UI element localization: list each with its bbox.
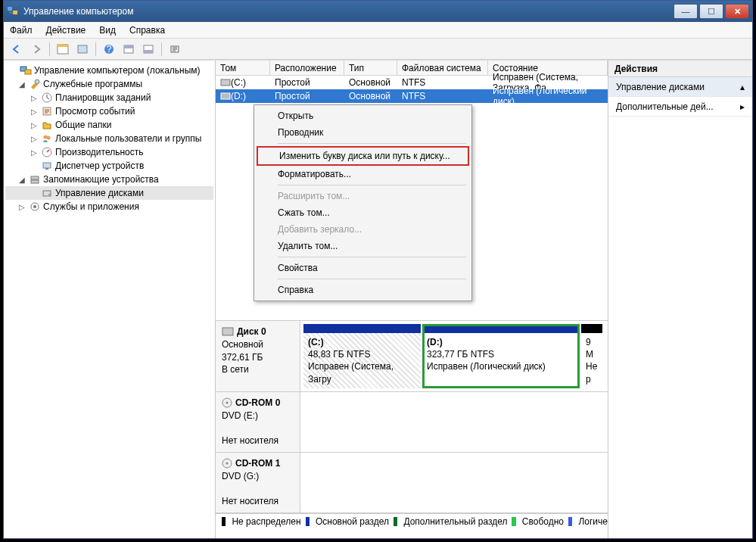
- ctx-props[interactable]: Свойства: [257, 260, 469, 276]
- legend: Не распределен Основной раздел Дополните…: [216, 513, 608, 528]
- volume-row-d[interactable]: (D:) Простой Основной NTFS Исправен (Лог…: [216, 89, 608, 103]
- svg-rect-0: [8, 7, 12, 11]
- svg-point-25: [48, 194, 50, 195]
- disk-0-label: Диск 0 Основной 372,61 ГБ В сети: [216, 321, 300, 391]
- svg-point-34: [226, 463, 229, 465]
- settings-button[interactable]: [166, 41, 183, 58]
- menubar: Файл Действие Вид Справка: [4, 22, 752, 39]
- col-layout[interactable]: Расположение: [270, 61, 344, 75]
- cdrom-0-row[interactable]: CD-ROM 0 DVD (E:) Нет носителя: [216, 392, 608, 453]
- services-icon: [29, 201, 41, 213]
- svg-text:?: ?: [107, 44, 112, 55]
- ctx-change-letter[interactable]: Изменить букву диска или путь к диску...: [257, 146, 469, 166]
- cdrom-1-label: CD-ROM 1 DVD (G:) Нет носителя: [216, 453, 300, 512]
- tree-services[interactable]: ▷Службы и приложения: [5, 200, 213, 213]
- events-icon: [41, 105, 53, 117]
- ctx-format[interactable]: Форматировать...: [257, 166, 469, 182]
- tree-shared[interactable]: ▷Общие папки: [5, 118, 213, 132]
- svg-rect-8: [124, 45, 133, 48]
- view-top-button[interactable]: [120, 41, 137, 58]
- cd-icon: [222, 458, 232, 469]
- svg-rect-10: [144, 50, 153, 53]
- clock-icon: [41, 92, 53, 104]
- col-volume[interactable]: Том: [216, 61, 270, 75]
- maximize-button[interactable]: ☐: [699, 4, 723, 19]
- perf-icon: [41, 146, 53, 158]
- ctx-help[interactable]: Справка: [257, 282, 469, 298]
- collapse-icon: ▴: [740, 82, 745, 92]
- properties-button[interactable]: [74, 41, 91, 58]
- disk-graphical-view: Диск 0 Основной 372,61 ГБ В сети (C:) 48…: [216, 320, 608, 538]
- svg-rect-4: [78, 45, 87, 53]
- cdrom-0-label: CD-ROM 0 DVD (E:) Нет носителя: [216, 392, 300, 452]
- svg-rect-28: [221, 79, 230, 86]
- minimize-button[interactable]: —: [674, 4, 698, 19]
- svg-point-14: [35, 79, 39, 84]
- svg-rect-13: [25, 70, 31, 74]
- svg-rect-29: [221, 93, 230, 99]
- svg-rect-20: [43, 163, 51, 168]
- folder-icon: [41, 119, 53, 131]
- ctx-shrink[interactable]: Сжать том...: [257, 204, 469, 221]
- actions-group[interactable]: Управление дисками▴: [608, 77, 752, 97]
- menu-help[interactable]: Справка: [129, 25, 165, 36]
- actions-header: Действия: [608, 61, 752, 77]
- partition-d[interactable]: (D:) 323,77 ГБ NTFS Исправен (Логический…: [422, 324, 580, 388]
- ctx-explorer[interactable]: Проводник: [257, 124, 469, 141]
- disk-icon: [41, 187, 53, 199]
- forward-button[interactable]: [28, 41, 45, 58]
- tree-devmgr[interactable]: Диспетчер устройств: [5, 159, 213, 173]
- svg-rect-22: [31, 176, 39, 179]
- tools-icon: [29, 78, 41, 90]
- ctx-extend[interactable]: Расширить том...: [257, 188, 469, 204]
- users-icon: [41, 132, 53, 145]
- svg-rect-30: [222, 328, 233, 335]
- ctx-mirror[interactable]: Добавить зеркало...: [257, 221, 469, 238]
- actions-pane: Действия Управление дисками▴ Дополнитель…: [608, 61, 752, 538]
- tree-performance[interactable]: ▷Производительность: [5, 145, 213, 159]
- view-bottom-button[interactable]: [140, 41, 157, 58]
- tree-pane[interactable]: Управление компьютером (локальным) ◢Служ…: [4, 61, 216, 538]
- ctx-delete[interactable]: Удалить том...: [257, 238, 469, 254]
- disk-0-row[interactable]: Диск 0 Основной 372,61 ГБ В сети (C:) 48…: [216, 321, 608, 392]
- cd-icon: [222, 397, 232, 408]
- col-type[interactable]: Тип: [344, 61, 397, 75]
- volume-icon: [220, 92, 231, 101]
- tree-users[interactable]: ▷Локальные пользователи и группы: [5, 132, 213, 145]
- svg-rect-24: [43, 191, 51, 196]
- tree-events[interactable]: ▷Просмотр событий: [5, 104, 213, 118]
- svg-point-18: [47, 136, 51, 140]
- svg-rect-23: [31, 180, 39, 183]
- tree-system-tools[interactable]: ◢Служебные программы: [5, 77, 213, 91]
- computer-icon: [20, 64, 32, 76]
- show-hide-tree-button[interactable]: [54, 41, 71, 58]
- chevron-right-icon: ▸: [740, 101, 745, 112]
- svg-rect-3: [58, 45, 68, 47]
- tree-scheduler[interactable]: ▷Планировщик заданий: [5, 91, 213, 104]
- window-title: Управление компьютером: [23, 6, 672, 17]
- context-menu: Открыть Проводник Изменить букву диска и…: [254, 104, 472, 301]
- tree-diskmgmt[interactable]: Управление дисками: [5, 186, 213, 200]
- svg-rect-21: [45, 168, 48, 170]
- menu-view[interactable]: Вид: [99, 25, 116, 36]
- partition-unallocated[interactable]: 9 М Не р: [581, 324, 602, 388]
- tree-storage[interactable]: ◢Запоминающие устройства: [5, 173, 213, 186]
- ctx-open[interactable]: Открыть: [257, 107, 469, 124]
- menu-file[interactable]: Файл: [10, 25, 33, 36]
- help-button[interactable]: ?: [101, 41, 117, 58]
- close-button[interactable]: ✕: [725, 4, 749, 19]
- col-fs[interactable]: Файловая система: [397, 61, 488, 75]
- partition-c[interactable]: (C:) 48,83 ГБ NTFS Исправен (Система, За…: [303, 324, 421, 388]
- titlebar[interactable]: Управление компьютером — ☐ ✕: [4, 1, 752, 22]
- menu-action[interactable]: Действие: [46, 25, 86, 36]
- svg-point-32: [226, 402, 229, 404]
- back-button[interactable]: [8, 41, 25, 58]
- app-icon: [7, 5, 19, 17]
- toolbar: ?: [4, 39, 752, 60]
- actions-more[interactable]: Дополнительные дей...▸: [608, 97, 752, 117]
- storage-icon: [29, 173, 41, 185]
- cdrom-1-row[interactable]: CD-ROM 1 DVD (G:) Нет носителя: [216, 453, 608, 513]
- svg-point-27: [33, 205, 36, 208]
- tree-root[interactable]: Управление компьютером (локальным): [5, 64, 213, 77]
- devmgr-icon: [41, 160, 53, 172]
